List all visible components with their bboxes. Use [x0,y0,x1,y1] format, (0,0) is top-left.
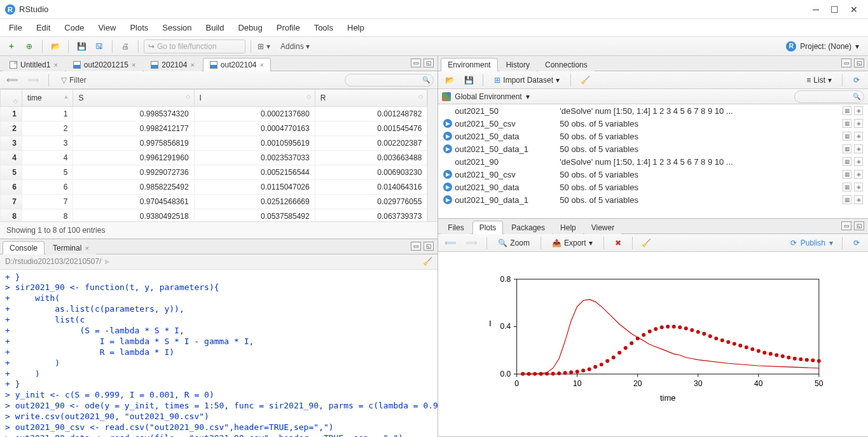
menu-file[interactable]: File [3,20,29,35]
tab-connections[interactable]: Connections [538,58,595,71]
view-icon[interactable]: ◈ [854,195,863,204]
tab-out202104[interactable]: out202104× [203,58,271,71]
maximize-pane-button[interactable]: ◱ [424,242,434,251]
close-tab-icon[interactable]: × [260,61,264,69]
save-all-button[interactable]: 🖫 [92,39,107,53]
back-button[interactable]: ⟸ [4,75,21,85]
env-item-out2021_90_data[interactable]: ▶out2021_90_data50 obs. of 5 variables▦◈ [438,181,868,193]
project-menu[interactable]: RProject: (None) ▾ [781,41,864,52]
data-table[interactable]: ◇time▲S◇I◇R◇110.99853743200.00021376800.… [0,89,427,221]
tab-202104[interactable]: 202104× [144,58,201,71]
view-icon[interactable]: ◈ [854,119,863,128]
menu-view[interactable]: View [92,20,122,35]
grid-icon[interactable]: ▦ [843,170,851,179]
env-item-out2021_50[interactable]: out2021_50'deSolve' num [1:50, 1:4] 1 2 … [438,104,868,117]
menu-profile[interactable]: Profile [270,20,307,35]
minimize-pane-button[interactable]: ▭ [841,221,851,230]
expand-icon[interactable]: ▶ [443,144,452,153]
col-header-R[interactable]: R◇ [315,90,427,107]
env-item-out2021_50_csv[interactable]: ▶out2021_50_csv50 obs. of 5 variables▦◈ [438,117,868,130]
plot-next-button[interactable]: ⟹ [463,238,480,247]
goto-file-input[interactable]: ↪Go to file/function [144,39,245,53]
addins-menu[interactable]: Addins ▾ [274,42,316,51]
tab-plots[interactable]: Plots [472,221,504,234]
refresh-plot-button[interactable]: ⟳ [849,236,864,250]
grid-icon[interactable]: ▦ [843,183,851,191]
export-button[interactable]: 📤 Export ▾ [548,236,597,250]
grid-icon[interactable]: ▦ [843,195,851,204]
save-button[interactable]: 💾 [74,39,89,53]
env-search-input[interactable] [794,90,864,103]
env-item-out2021_90[interactable]: out2021_90'deSolve' num [1:50, 1:4] 1 2 … [438,155,868,168]
view-icon[interactable]: ◈ [854,157,863,166]
view-icon[interactable]: ◈ [854,106,863,115]
publish-button[interactable]: ⟳ Publish ▾ [788,239,836,247]
filter-button[interactable]: ▽Filter [55,74,92,87]
print-button[interactable]: 🖨 [118,39,133,53]
console-output[interactable]: + } > sir2021_90 <- function(t, y, param… [0,270,437,437]
tab-packages[interactable]: Packages [504,221,552,234]
new-project-button[interactable]: ⊕ [22,39,37,53]
save-workspace-button[interactable]: 💾 [461,73,476,87]
close-tab-icon[interactable]: × [85,244,88,252]
clear-all-plots-icon[interactable]: 🧹 [639,236,654,250]
table-search-input[interactable] [345,74,434,87]
view-icon[interactable]: ◈ [854,170,863,179]
tab-out20201215[interactable]: out20201215× [66,58,143,71]
menu-session[interactable]: Session [156,20,198,35]
minimize-pane-button[interactable]: ▭ [411,242,421,251]
env-item-out2021_50_data[interactable]: ▶out2021_50_data50 obs. of 5 variables▦◈ [438,130,868,142]
menu-build[interactable]: Build [200,20,231,35]
table-row[interactable]: 660.98582254920.01150470260.014064316 [1,180,427,195]
menu-debug[interactable]: Debug [231,20,268,35]
view-icon[interactable]: ◈ [854,183,863,191]
clear-console-icon[interactable]: 🧹 [423,257,432,266]
maximize-pane-button[interactable]: ◱ [854,221,864,230]
col-header-S[interactable]: S◇ [73,90,194,107]
window-maximize-icon[interactable]: ☐ [830,4,839,15]
window-minimize-icon[interactable]: ─ [813,4,819,15]
window-close-icon[interactable]: ✕ [850,4,858,15]
grid-icon[interactable]: ▦ [843,106,851,115]
grid-icon[interactable]: ▦ [843,144,851,153]
col-header-time[interactable]: time▲ [22,90,73,107]
minimize-pane-button[interactable]: ▭ [841,59,851,67]
menu-code[interactable]: Code [58,20,90,35]
clear-objects-icon[interactable]: 🧹 [577,73,593,87]
tab-console[interactable]: Console [3,241,45,254]
expand-icon[interactable]: ▶ [443,183,452,191]
env-item-out2021_50_data_1[interactable]: ▶out2021_50_data_150 obs. of 5 variables… [438,142,868,155]
expand-icon[interactable]: ▶ [443,195,452,204]
view-icon[interactable]: ◈ [854,132,863,141]
table-row[interactable]: 880.93804925180.05375854920.063739373 [1,209,427,221]
table-row[interactable]: 110.99853743200.00021376800.001248782 [1,107,427,121]
close-tab-icon[interactable]: × [190,61,194,69]
remove-plot-button[interactable]: ✖ [610,236,626,250]
close-tab-icon[interactable]: × [132,61,135,69]
load-workspace-button[interactable]: 📂 [442,73,457,87]
expand-icon[interactable]: ▶ [443,119,452,128]
refresh-env-button[interactable]: ⟳ [849,73,864,87]
tab-help[interactable]: Help [553,221,583,234]
minimize-pane-button[interactable]: ▭ [411,59,421,67]
open-file-button[interactable]: 📂 [48,39,63,53]
tab-history[interactable]: History [499,58,537,71]
env-item-out2021_90_csv[interactable]: ▶out2021_90_csv50 obs. of 5 variables▦◈ [438,168,868,181]
forward-button[interactable]: ⟹ [25,75,42,85]
tab-untitled1[interactable]: Untitled1× [3,58,65,71]
menu-edit[interactable]: Edit [30,20,57,35]
view-icon[interactable]: ◈ [854,144,863,153]
table-row[interactable]: 550.99290727360.00521565440.006903230 [1,165,427,180]
menu-plots[interactable]: Plots [123,20,155,35]
table-row[interactable]: 440.99612919600.00235370330.003663488 [1,151,427,165]
table-row[interactable]: 770.97045483610.02512666690.029776055 [1,195,427,209]
grid-icon[interactable]: ▦ [843,132,851,141]
table-row[interactable]: 330.99758568190.00105956190.002202387 [1,136,427,151]
grid-icon[interactable]: ▦ [843,119,851,128]
import-dataset-button[interactable]: ⊞ Import Dataset ▾ [490,73,564,87]
browse-dir-icon[interactable]: ⪢ [104,257,111,266]
tab-files[interactable]: Files [441,221,471,234]
menu-tools[interactable]: Tools [308,20,340,35]
maximize-pane-button[interactable]: ◱ [854,59,864,67]
plot-prev-button[interactable]: ⟸ [442,238,459,247]
